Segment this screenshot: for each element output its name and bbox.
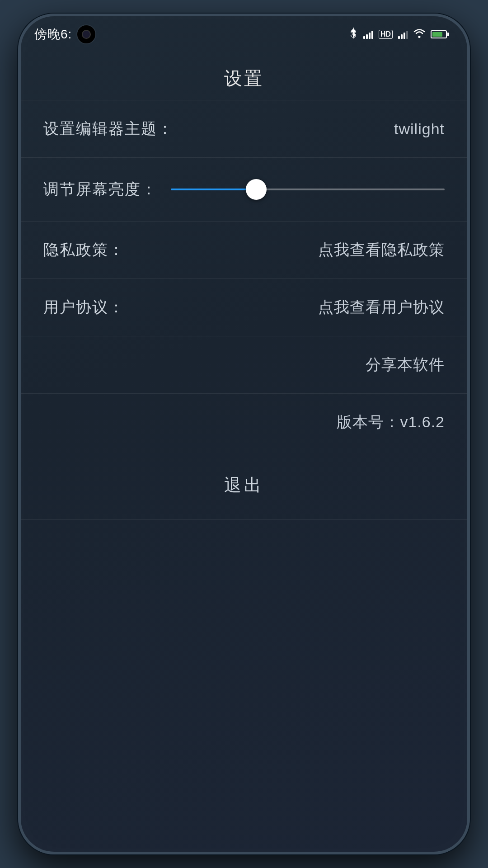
hd-badge: HD (379, 30, 393, 39)
version-text: 版本号：v1.6.2 (337, 412, 445, 433)
brightness-slider-container[interactable] (171, 176, 445, 203)
share-value: 分享本软件 (366, 354, 445, 375)
phone-shell: 傍晚6: HD (18, 14, 470, 854)
version-row: 版本号：v1.6.2 (21, 394, 467, 451)
status-left: 傍晚6: (34, 24, 96, 44)
camera-lens (82, 30, 91, 39)
wifi-icon (413, 28, 425, 41)
privacy-label: 隐私政策： (43, 240, 125, 260)
battery-tip (447, 33, 449, 36)
agreement-label: 用户协议： (43, 297, 125, 318)
slider-track (171, 189, 445, 190)
logout-row[interactable]: 退出 (21, 451, 467, 520)
agreement-value: 点我查看用户协议 (318, 297, 445, 318)
privacy-row[interactable]: 隐私政策： 点我查看隐私政策 (21, 222, 467, 279)
status-bar: 傍晚6: HD (21, 16, 467, 52)
signal-bars-1 (363, 30, 373, 39)
brightness-label: 调节屏幕亮度： (43, 179, 157, 200)
main-content: 设置 设置编辑器主题： twilight 调节屏幕亮度： (21, 52, 467, 852)
theme-row[interactable]: 设置编辑器主题： twilight (21, 100, 467, 158)
settings-list: 设置编辑器主题： twilight 调节屏幕亮度： 隐私政策： 点我查看隐私政策 (21, 100, 467, 520)
battery-fill (432, 32, 442, 37)
slider-thumb[interactable] (246, 179, 267, 200)
privacy-value: 点我查看隐私政策 (318, 240, 445, 260)
battery-body (431, 30, 447, 38)
page-title: 设置 (224, 68, 264, 88)
share-row[interactable]: 分享本软件 (21, 336, 467, 394)
bluetooth-icon (349, 28, 358, 41)
brightness-row: 调节屏幕亮度： (21, 158, 467, 222)
logout-label: 退出 (224, 474, 264, 497)
battery-indicator (431, 30, 449, 38)
slider-track-empty (256, 189, 445, 190)
front-camera (76, 24, 96, 44)
page-title-bar: 设置 (21, 52, 467, 100)
theme-label: 设置编辑器主题： (43, 118, 174, 139)
status-right: HD (349, 28, 449, 41)
theme-value: twilight (394, 120, 445, 138)
agreement-row[interactable]: 用户协议： 点我查看用户协议 (21, 279, 467, 336)
time-display: 傍晚6: (34, 26, 72, 43)
signal-bars-2 (398, 30, 408, 39)
slider-track-filled (171, 189, 256, 190)
